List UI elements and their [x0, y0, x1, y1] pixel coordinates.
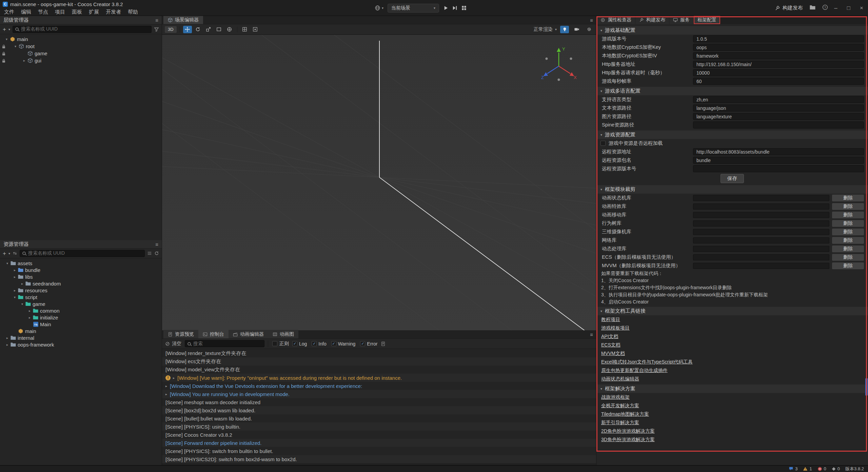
- error-count[interactable]: 0: [817, 466, 826, 471]
- section-header[interactable]: ▾游戏基础配置: [596, 26, 868, 35]
- property-input[interactable]: language/texture: [693, 113, 864, 120]
- expand-arrow[interactable]: ▸: [5, 343, 10, 347]
- tab-动画编辑器[interactable]: 动画编辑器: [229, 330, 268, 338]
- module-field[interactable]: [693, 229, 829, 235]
- tree-row[interactable]: main: [0, 328, 162, 334]
- checkbox[interactable]: [360, 341, 365, 346]
- property-input[interactable]: 60: [693, 78, 864, 85]
- doc-link[interactable]: 原生包热更新配置自动生成插件: [601, 368, 668, 374]
- rect-tool-button[interactable]: [215, 26, 223, 33]
- scale-tool-button[interactable]: [204, 26, 213, 33]
- scrollbar-thumb[interactable]: [865, 378, 868, 396]
- snap-grid-button[interactable]: [240, 26, 249, 33]
- tree-row[interactable]: ▸bundle: [0, 267, 162, 273]
- expand-arrow[interactable]: ▾: [20, 302, 25, 306]
- delete-button[interactable]: 删除: [832, 195, 864, 201]
- collapse-logs-icon[interactable]: [381, 341, 386, 346]
- property-input[interactable]: 1.0.5: [693, 35, 864, 42]
- module-field[interactable]: [693, 246, 829, 252]
- delete-button[interactable]: 删除: [832, 220, 864, 227]
- console-line[interactable]: [Scene] [PHYSICS]: switch from builtin t…: [162, 447, 596, 455]
- doc-link[interactable]: 新手引导解决方案: [601, 420, 639, 426]
- move-tool-button[interactable]: [183, 26, 192, 33]
- tab-框架配置[interactable]: 框架配置: [694, 16, 720, 24]
- doc-link[interactable]: 3D角色扮演游戏解决方案: [601, 437, 655, 443]
- tree-row[interactable]: ▸libs: [0, 273, 162, 280]
- rotate-tool-button[interactable]: [194, 26, 202, 33]
- property-input[interactable]: [693, 121, 864, 129]
- tree-row[interactable]: ▾game: [0, 300, 162, 307]
- console-line[interactable]: [Scene] [box2d]:box2d wasm lib loaded.: [162, 406, 596, 414]
- expand-arrow[interactable]: ▾: [13, 44, 18, 48]
- expand-arrow[interactable]: ▸: [173, 376, 175, 380]
- step-button[interactable]: [452, 5, 457, 11]
- scene-light-toggle[interactable]: [560, 26, 569, 33]
- tab-控制台[interactable]: 控制台: [198, 330, 229, 338]
- checkbox[interactable]: [331, 341, 336, 346]
- property-input[interactable]: bundle: [693, 157, 864, 164]
- help-button[interactable]: ?: [822, 4, 828, 12]
- property-input[interactable]: language/json: [693, 104, 864, 112]
- expand-arrow[interactable]: ▸: [165, 384, 167, 388]
- checkbox[interactable]: [312, 341, 317, 346]
- menu-item[interactable]: 节点: [35, 9, 52, 15]
- module-field[interactable]: [693, 203, 829, 210]
- property-input[interactable]: zh,en: [693, 96, 864, 103]
- expand-arrow[interactable]: ▾: [4, 37, 9, 41]
- scene-select[interactable]: 当前场景 ▾: [388, 4, 439, 13]
- tree-row[interactable]: ▸common: [0, 307, 162, 314]
- expand-arrow[interactable]: ▸: [12, 275, 17, 279]
- section-header[interactable]: ▾框架模块裁剪: [596, 185, 868, 194]
- delete-button[interactable]: 删除: [832, 237, 864, 244]
- property-input[interactable]: oops: [693, 44, 864, 51]
- tree-row[interactable]: TSMain: [0, 321, 162, 328]
- filter-error[interactable]: Error: [360, 341, 377, 347]
- tree-row[interactable]: game: [0, 50, 162, 57]
- regex-toggle[interactable]: 正则: [268, 341, 289, 347]
- tree-row[interactable]: ▸resources: [0, 287, 162, 294]
- expand-arrow[interactable]: ▸: [20, 282, 25, 286]
- checkbox[interactable]: [292, 341, 297, 346]
- console-line[interactable]: [Scene] Cocos Creator v3.8.2: [162, 431, 596, 439]
- refresh-icon[interactable]: [154, 251, 159, 256]
- checkbox[interactable]: [600, 141, 606, 146]
- doc-link[interactable]: MVVM文档: [601, 351, 625, 357]
- module-field[interactable]: [693, 195, 829, 201]
- layout-button[interactable]: [461, 5, 467, 11]
- tree-row[interactable]: ▸initialize: [0, 314, 162, 321]
- snap-pivot-button[interactable]: [251, 26, 260, 33]
- doc-link[interactable]: 教程项目: [601, 317, 620, 323]
- console-line[interactable]: [Window] render_texture文件夹存在: [162, 349, 596, 357]
- delete-button[interactable]: 删除: [832, 212, 864, 218]
- tree-row[interactable]: ▸oops-framework: [0, 341, 162, 348]
- doc-link[interactable]: Excel格式转Json文件与TypeScript代码工具: [601, 359, 693, 365]
- add-node-button[interactable]: +: [3, 26, 6, 32]
- scene-camera-button[interactable]: [572, 26, 581, 33]
- tree-row[interactable]: ▾main: [0, 36, 162, 43]
- maximize-button[interactable]: □: [847, 5, 850, 12]
- sort-icon[interactable]: [13, 251, 17, 256]
- warning-count[interactable]: ! 1: [803, 466, 812, 471]
- doc-link[interactable]: 游戏模板项目: [601, 325, 630, 331]
- delete-button[interactable]: 删除: [832, 254, 864, 261]
- expand-arrow[interactable]: ▸: [22, 59, 27, 62]
- regex-checkbox[interactable]: [272, 341, 277, 346]
- delete-button[interactable]: 删除: [832, 203, 864, 210]
- property-input[interactable]: framework: [693, 52, 864, 59]
- menu-item[interactable]: 文件: [1, 9, 18, 15]
- menu-item[interactable]: 编辑: [18, 9, 35, 15]
- filter-info[interactable]: Info: [312, 341, 326, 347]
- delete-button[interactable]: 删除: [832, 229, 864, 235]
- clear-console-button[interactable]: 清空: [165, 341, 181, 347]
- close-button[interactable]: ×: [860, 5, 863, 12]
- expand-arrow[interactable]: ▸: [12, 289, 17, 292]
- doc-link[interactable]: API文档: [601, 334, 618, 340]
- doc-link[interactable]: 动画状态机编辑器: [601, 376, 639, 382]
- console-line[interactable]: [Scene] [PHYSICS2D]: switch from box2d-w…: [162, 455, 596, 463]
- task-count[interactable]: 0: [832, 466, 840, 471]
- tab-scene-editor[interactable]: 场景编辑器: [163, 16, 203, 24]
- tree-row[interactable]: ▸internal: [0, 334, 162, 341]
- build-publish-button[interactable]: 构建发布: [775, 5, 803, 11]
- panel-menu-icon[interactable]: ≡: [155, 241, 158, 247]
- expand-arrow[interactable]: ▸: [5, 336, 10, 340]
